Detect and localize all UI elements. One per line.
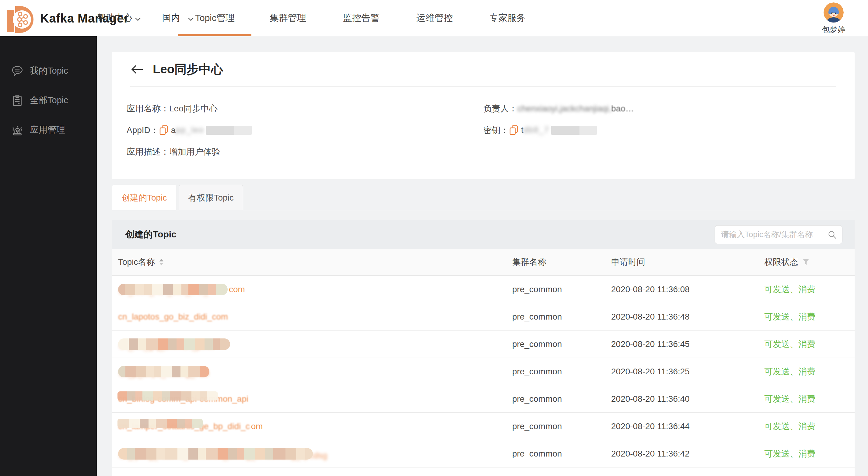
sidebar-item-label: 应用管理 — [30, 124, 65, 136]
status-cell: 可发送、消费 — [764, 421, 855, 432]
table-row: cn_lapotos_go_biz_didi_compre_common2020… — [112, 303, 855, 330]
app-desc-value: 增加用户体验 — [169, 146, 220, 158]
redaction-mosaic — [118, 339, 230, 350]
sidebar-item-1[interactable]: 我的Topic — [0, 59, 97, 83]
redaction-mosaic — [118, 419, 203, 428]
clipboard-icon — [11, 94, 24, 107]
appid-redaction-block — [206, 126, 252, 135]
app-detail-card: Leo同步中心 应用名称： Leo同步中心 负责人： chenxiaoyi,ja… — [112, 52, 855, 179]
cluster-cell: pre_common — [512, 394, 611, 404]
time-cell: 2020-08-20 11:36:08 — [611, 285, 764, 294]
cluster-cell: pre_common — [512, 312, 611, 322]
sidebar-item-label: 全部Topic — [30, 94, 68, 106]
column-header-4: 权限状态 — [764, 256, 855, 268]
search-icon[interactable] — [828, 230, 837, 239]
chat-bubble-icon — [11, 65, 24, 77]
help-center-label: 帮助中心 — [97, 12, 132, 24]
sort-icon[interactable] — [159, 259, 163, 265]
status-cell: 可发送、消费 — [764, 448, 855, 459]
time-cell: 2020-08-20 11:36:44 — [611, 421, 764, 431]
redaction-mosaic — [118, 448, 313, 459]
region-selector[interactable]: 国内 — [162, 12, 194, 24]
appid-value-prefix: a — [171, 125, 176, 135]
secret-value-redacted: db8_7 — [524, 125, 549, 135]
appid-label: AppID： — [127, 125, 159, 136]
column-header-2: 集群名称 — [512, 256, 611, 268]
topics-table: Topic名称集群名称申请时间权限状态cn_fuse_nsk_soo_didi_… — [112, 249, 855, 468]
chevron-down-icon — [188, 13, 194, 23]
status-cell: 可发送、消费 — [764, 393, 855, 405]
owner-value-tail: bao… — [611, 104, 634, 114]
column-header-3: 申请时间 — [611, 256, 764, 268]
user-avatar — [824, 18, 844, 24]
cluster-cell: pre_common — [512, 421, 611, 431]
kafka-d-logo-icon — [3, 2, 33, 34]
topic-name-cell: cn_lapotos_go_biz_didi_com — [112, 303, 512, 330]
sidebar: 我的Topic全部Topic应用管理 — [0, 36, 97, 476]
table-row: cn_hkl_gsj_cmmon_pinlirpre_common2020-08… — [112, 330, 855, 358]
topic-link[interactable]: om — [251, 421, 263, 431]
region-label: 国内 — [162, 12, 180, 24]
tab-2[interactable]: 有权限Topic — [179, 185, 243, 210]
cluster-cell: pre_common — [512, 367, 611, 377]
table-row: cn_fuse_nsk_soo_didi_compre_common2020-0… — [112, 276, 855, 303]
siren-icon — [11, 124, 24, 136]
sidebar-item-label: 我的Topic — [30, 65, 68, 77]
main-content: Leo同步中心 应用名称： Leo同步中心 负责人： chenxiaoyi,ja… — [97, 36, 868, 476]
copy-icon[interactable] — [509, 125, 518, 135]
secret-redaction-block — [551, 126, 597, 135]
status-cell: 可发送、消费 — [764, 311, 855, 323]
redaction-mosaic — [118, 366, 209, 377]
table-row-partial — [112, 468, 855, 476]
app-desc-label: 应用描述： — [127, 146, 169, 158]
topic-tabs: 创建的Topic有权限Topic — [112, 185, 855, 210]
nav-item-5[interactable]: 专家服务 — [489, 0, 526, 36]
user-name: 包梦婷 — [817, 24, 850, 35]
table-row: cn_p_depc_milling_719pre_common2020-08-2… — [112, 358, 855, 385]
topic-name-cell: cn_binlog-comm_api-common_api — [112, 385, 512, 413]
user-menu[interactable]: 包梦婷 — [817, 2, 850, 35]
panel-title: 创建的Topic — [125, 228, 177, 241]
topic-name-cell: cn_hkl_gsj_cmmon_pinlir — [112, 330, 512, 358]
secret-value-prefix: t — [521, 125, 524, 135]
sidebar-item-3[interactable]: 应用管理 — [0, 118, 97, 142]
time-cell: 2020-08-20 11:36:42 — [611, 449, 764, 459]
nav-item-2[interactable]: 集群管理 — [270, 0, 306, 36]
cluster-cell: pre_common — [512, 285, 611, 294]
created-topic-panel: 创建的Topic Topic名称集群名称申请时间权限状态cn_fuse_nsk_… — [112, 220, 855, 476]
owner-label: 负责人： — [483, 103, 517, 115]
topic-link[interactable]: cn_lapotos_go_biz_didi_com — [118, 312, 228, 322]
topic-link[interactable]: com — [229, 285, 245, 294]
time-cell: 2020-08-20 11:36:40 — [611, 394, 764, 404]
filter-icon[interactable] — [803, 259, 809, 265]
copy-icon[interactable] — [159, 125, 168, 135]
topic-search-box[interactable] — [715, 225, 842, 244]
status-cell: 可发送、消费 — [764, 339, 855, 350]
page-title: Leo同步中心 — [153, 61, 223, 77]
nav-item-3[interactable]: 监控告警 — [343, 0, 379, 36]
chevron-down-icon — [135, 13, 141, 23]
appid-value-redacted: pp_leo — [176, 125, 204, 135]
tab-1[interactable]: 创建的Topic — [112, 185, 176, 210]
nav-item-4[interactable]: 运维管控 — [416, 0, 453, 36]
topic-name-cell: cn_fuse_nsk_soo_didi_com — [112, 276, 512, 303]
app-name-value: Leo同步中心 — [169, 103, 218, 115]
table-row: cn_binlog-comm_api-common_apipre_common2… — [112, 385, 855, 413]
topic-name-cell: cn_lysug_htsbnd_fcommon_binlog_orhtsmdbg… — [112, 440, 512, 468]
redaction-mosaic — [118, 391, 218, 401]
topic-name-cell: cn_lamper_sotaahis_ge_bp_didi_com — [112, 413, 512, 440]
nav-item-1[interactable]: Topic管理 — [195, 0, 235, 36]
time-cell: 2020-08-20 11:36:45 — [611, 339, 764, 349]
help-center-menu[interactable]: 帮助中心 — [97, 12, 141, 24]
table-header-row: Topic名称集群名称申请时间权限状态 — [112, 249, 855, 276]
owner-value-redacted: chenxiaoyi,jackchanjiaqi, — [517, 104, 611, 114]
status-cell: 可发送、消费 — [764, 284, 855, 295]
secret-label: 密钥： — [483, 125, 509, 136]
back-button[interactable] — [130, 65, 144, 74]
time-cell: 2020-08-20 11:36:48 — [611, 312, 764, 322]
sidebar-item-2[interactable]: 全部Topic — [0, 88, 97, 113]
app-header: Kafka Manager Topic管理集群管理监控告警运维管控专家服务 帮助… — [0, 0, 868, 36]
table-row: cn_lysug_htsbnd_fcommon_binlog_orhtsmdbg… — [112, 440, 855, 468]
topic-search-input[interactable] — [721, 230, 828, 239]
topic-name-cell: cn_p_depc_milling_719 — [112, 358, 512, 385]
